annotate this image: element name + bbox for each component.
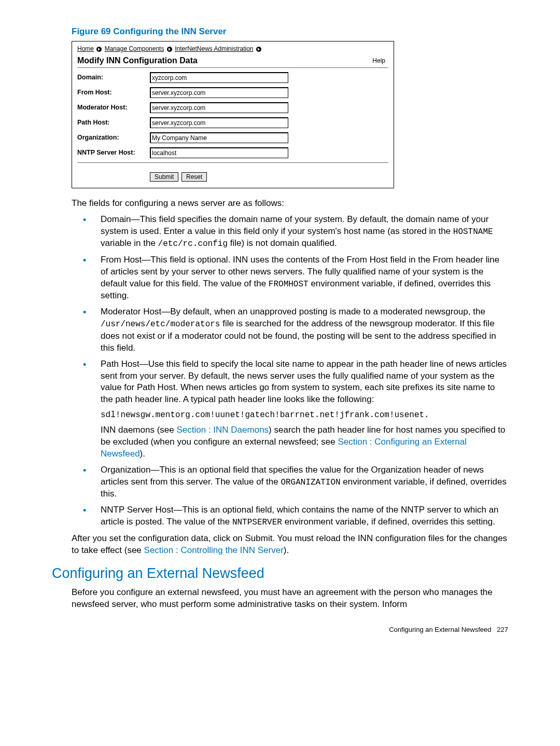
list-item: Domain—This field specifies the domain n… — [83, 214, 508, 250]
figure-caption: Figure 69 Configuring the INN Server — [72, 26, 508, 38]
submit-button[interactable]: Submit — [150, 172, 178, 182]
pathhost-input[interactable] — [150, 117, 288, 128]
help-link[interactable]: Help — [372, 57, 385, 65]
divider — [77, 162, 388, 163]
pathhost-label: Path Host: — [77, 118, 150, 127]
link-inn-daemons[interactable]: Section : INN Daemons — [176, 425, 269, 435]
outro-text: After you set the configuration data, cl… — [72, 533, 508, 557]
section-heading: Configuring an External Newsfeed — [52, 564, 508, 583]
divider — [77, 67, 388, 68]
breadcrumb: Home Manage Components InterNetNews Admi… — [77, 45, 388, 53]
link-controlling-inn[interactable]: Section : Controlling the INN Server — [144, 545, 284, 555]
path-example: sdl!newsgw.mentorg.com!uunet!gatech!barr… — [101, 410, 508, 421]
section-body: Before you configure an external newsfee… — [72, 587, 508, 611]
chevron-right-icon — [256, 47, 261, 52]
nntp-label: NNTP Server Host: — [77, 148, 150, 157]
fromhost-label: From Host: — [77, 88, 150, 97]
nntp-input[interactable] — [150, 147, 288, 158]
list-item: Path Host—Use this field to specify the … — [83, 358, 508, 406]
field-list-2: Organization—This is an optional field t… — [83, 464, 508, 529]
breadcrumb-manage[interactable]: Manage Components — [105, 45, 164, 52]
screenshot-panel: Home Manage Components InterNetNews Admi… — [72, 41, 394, 188]
chevron-right-icon — [96, 47, 102, 52]
page-footer: Configuring an External Newsfeed 227 — [52, 625, 508, 634]
field-list: Domain—This field specifies the domain n… — [83, 214, 508, 406]
organization-label: Organization: — [77, 133, 150, 142]
chevron-right-icon — [167, 47, 172, 52]
intro-text: The fields for configuring a news server… — [72, 198, 508, 210]
screenshot-title: Modify INN Configuration Data — [77, 55, 198, 66]
reset-button[interactable]: Reset — [181, 172, 207, 182]
breadcrumb-home[interactable]: Home — [77, 45, 94, 52]
list-item: Organization—This is an optional field t… — [83, 464, 508, 500]
list-item: From Host—This field is optional. INN us… — [83, 254, 508, 302]
domain-input[interactable] — [150, 72, 288, 83]
list-item: Moderator Host—By default, when an unapp… — [83, 306, 508, 354]
domain-label: Domain: — [77, 73, 150, 82]
list-item: NNTP Server Host—This is an optional fie… — [83, 504, 508, 529]
moderator-input[interactable] — [150, 102, 288, 113]
path-note: INN daemons (see Section : INN Daemons) … — [101, 424, 508, 460]
organization-input[interactable] — [150, 132, 288, 143]
fromhost-input[interactable] — [150, 87, 288, 98]
breadcrumb-inn[interactable]: InterNetNews Administration — [175, 45, 253, 52]
moderator-label: Moderator Host: — [77, 103, 150, 112]
